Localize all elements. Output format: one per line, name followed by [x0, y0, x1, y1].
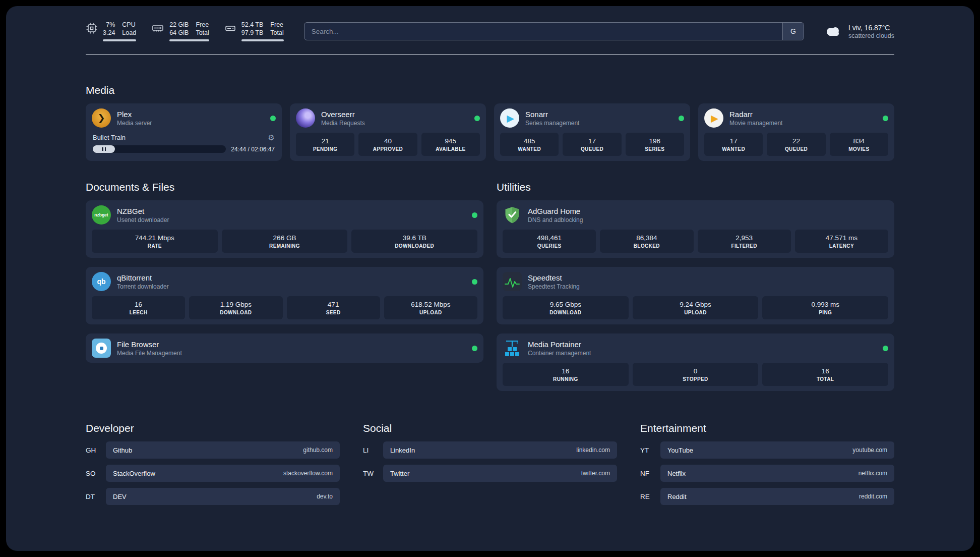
- status-dot: [472, 279, 477, 285]
- stat-value: 1.19 Gbps: [220, 301, 252, 308]
- search-input[interactable]: [304, 23, 782, 40]
- stat-value: 16: [135, 301, 142, 308]
- stat-label: REMAINING: [269, 243, 300, 249]
- nzbget-card[interactable]: nzbget NZBGet Usenet downloader 744.21 M…: [86, 200, 483, 258]
- app-name: AdGuard Home: [528, 207, 583, 215]
- adguard-card[interactable]: AdGuard Home DNS and adblocking 498,461 …: [497, 200, 894, 258]
- nzbget-icon: nzbget: [92, 205, 111, 225]
- link-tag: LI: [363, 447, 383, 454]
- ram-usage-bar: [169, 39, 209, 41]
- stat-value: 40: [384, 137, 392, 145]
- stat-label: DOWNLOAD: [549, 310, 581, 315]
- link-row: YT YouTube youtube.com: [640, 441, 894, 459]
- stat-label: QUEUED: [581, 146, 603, 152]
- stat-value: 266 GB: [273, 234, 296, 242]
- gear-icon[interactable]: ⚙: [268, 134, 275, 141]
- stat-tile: 16 TOTAL: [762, 363, 888, 386]
- filebrowser-icon: [92, 339, 111, 358]
- link-stackoverflow[interactable]: StackOverflow stackoverflow.com: [106, 465, 340, 482]
- link-netflix[interactable]: Netflix netflix.com: [660, 465, 894, 482]
- cpu-widget: 7% 3.24 CPU Load: [86, 21, 136, 41]
- speedtest-card[interactable]: Speedtest Speedtest Tracking 9.65 Gbps D…: [497, 267, 894, 324]
- stat-tile: 17 QUEUED: [563, 133, 621, 156]
- stat-value: 47.571 ms: [826, 234, 858, 242]
- media-grid: ❯ Plex Media server Bullet Train ⚙ 24:44…: [86, 103, 894, 161]
- ram-icon: [151, 22, 164, 34]
- stat-value: 485: [524, 137, 535, 145]
- status-dot: [883, 346, 888, 351]
- ram-free-value: 22 GiB: [169, 21, 189, 29]
- disk-widget: 52.4 TB 97.9 TB Free Total: [224, 21, 284, 41]
- stat-tile: 1.19 Gbps DOWNLOAD: [189, 296, 282, 319]
- link-github[interactable]: Github github.com: [106, 441, 340, 459]
- stat-value: 16: [822, 367, 829, 375]
- link-youtube[interactable]: YouTube youtube.com: [660, 441, 894, 459]
- adguard-shield-icon: [503, 205, 522, 225]
- section-title-developer: Developer: [86, 422, 340, 434]
- plex-card[interactable]: ❯ Plex Media server Bullet Train ⚙ 24:44…: [86, 103, 282, 161]
- status-dot: [472, 346, 477, 351]
- stat-tile: 744.21 Mbps RATE: [92, 230, 218, 253]
- section-title-documents: Documents & Files: [86, 181, 483, 193]
- status-dot: [472, 212, 477, 218]
- cloud-icon: [824, 25, 842, 38]
- stat-tile: 834 MOVIES: [830, 133, 888, 156]
- app-name: Speedtest: [528, 273, 580, 282]
- link-reddit[interactable]: Reddit reddit.com: [660, 488, 894, 505]
- filebrowser-card[interactable]: File Browser Media File Management: [86, 333, 483, 363]
- link-dev[interactable]: DEV dev.to: [106, 488, 340, 505]
- app-name: Overseerr: [321, 110, 365, 119]
- stat-value: 86,384: [636, 234, 657, 242]
- link-row: NF Netflix netflix.com: [640, 465, 894, 482]
- link-tag: RE: [640, 493, 660, 500]
- weather-widget: Lviv, 16.87°C scattered clouds: [824, 24, 894, 39]
- stat-tile: 17 WANTED: [704, 133, 763, 156]
- app-subtitle: Media File Management: [117, 350, 182, 357]
- stat-label: PENDING: [313, 146, 337, 152]
- ram-total-label: Total: [196, 29, 209, 37]
- stat-tile: 0.993 ms PING: [762, 296, 888, 319]
- search-bar: G: [304, 22, 804, 40]
- stat-label: MOVIES: [848, 146, 869, 152]
- stat-tile: 618.52 Mbps UPLOAD: [384, 296, 477, 319]
- link-tag: YT: [640, 447, 660, 454]
- disk-usage-bar: [241, 39, 284, 41]
- radarr-card[interactable]: ▶ Radarr Movie management 17 WANTED 22 Q…: [698, 103, 894, 161]
- sonarr-card[interactable]: ▶ Sonarr Series management 485 WANTED 17…: [494, 103, 690, 161]
- link-twitter[interactable]: Twitter twitter.com: [383, 465, 617, 482]
- disk-icon: [224, 22, 236, 34]
- app-subtitle: DNS and adblocking: [528, 216, 583, 224]
- stat-value: 2,953: [736, 234, 753, 242]
- overseerr-card[interactable]: Overseerr Media Requests 21 PENDING 40 A…: [290, 103, 486, 161]
- now-playing-title: Bullet Train: [93, 134, 126, 141]
- stat-label: DOWNLOADED: [395, 243, 434, 249]
- pause-button[interactable]: [93, 145, 115, 153]
- ram-free-label: Free: [196, 21, 209, 29]
- qbittorrent-card[interactable]: qb qBittorrent Torrent downloader 16 LEE…: [86, 267, 483, 324]
- stat-label: STOPPED: [683, 376, 708, 382]
- playback-progress-bar[interactable]: [93, 145, 226, 153]
- stat-tile: 16 RUNNING: [503, 363, 629, 386]
- app-name: Plex: [117, 110, 152, 119]
- stat-tile: 0 STOPPED: [633, 363, 759, 386]
- stat-value: 21: [322, 137, 329, 145]
- section-title-social: Social: [363, 422, 617, 434]
- stat-tile: 21 PENDING: [296, 133, 354, 156]
- portainer-card[interactable]: Media Portainer Container management 16 …: [497, 333, 894, 391]
- app-subtitle: Torrent downloader: [117, 283, 169, 290]
- section-title-entertainment: Entertainment: [640, 422, 894, 434]
- stat-tile: 498,461 QUERIES: [503, 230, 596, 253]
- app-name: qBittorrent: [117, 273, 169, 282]
- link-tag: TW: [363, 470, 383, 477]
- search-engine-button[interactable]: G: [782, 23, 804, 40]
- qbittorrent-icon: qb: [92, 272, 111, 291]
- ram-total-value: 64 GiB: [169, 29, 189, 37]
- header: 7% 3.24 CPU Load: [86, 21, 894, 41]
- stat-label: QUERIES: [537, 243, 562, 249]
- cpu-percent: 7%: [106, 21, 115, 29]
- stat-value: 0.993 ms: [811, 301, 839, 308]
- stat-tile: 86,384 BLOCKED: [600, 230, 693, 253]
- stat-label: RATE: [148, 243, 162, 249]
- stat-label: APPROVED: [373, 146, 403, 152]
- link-linkedin[interactable]: LinkedIn linkedin.com: [383, 441, 617, 459]
